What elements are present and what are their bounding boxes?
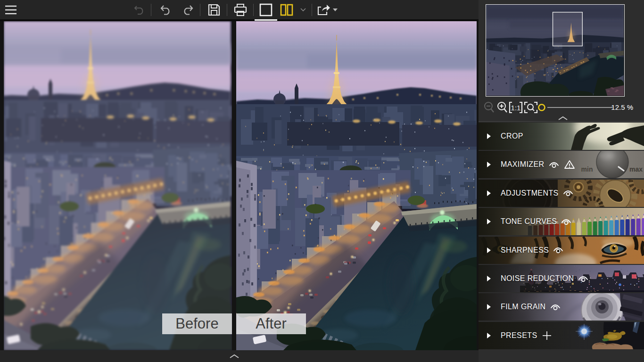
svg-text:1:1: 1:1 [511, 104, 521, 112]
